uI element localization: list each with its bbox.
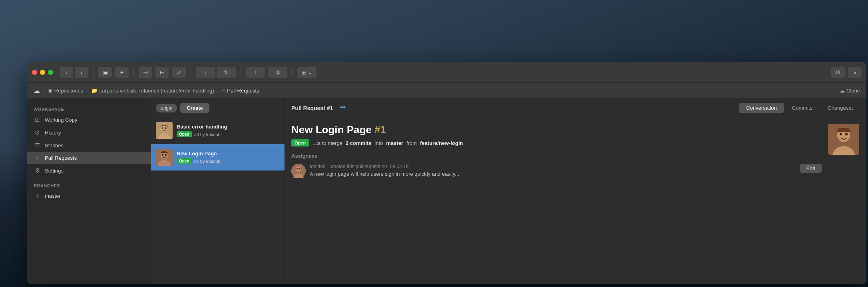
sidebar-item-settings[interactable]: ⚙ Settings bbox=[27, 164, 151, 177]
expand-button[interactable]: ⤢ bbox=[172, 67, 186, 78]
svg-point-14 bbox=[297, 168, 298, 169]
separator-1 bbox=[93, 68, 94, 77]
clone-button[interactable]: ☁ Clone bbox=[840, 88, 860, 94]
edit-button[interactable]: Edit bbox=[800, 164, 822, 173]
filter-button[interactable]: ⊞ ⌄ bbox=[297, 67, 317, 78]
pr-comment-section: tobidobi created this pull request on 09… bbox=[291, 164, 822, 178]
pr-1-title: New Login Page bbox=[177, 151, 280, 157]
svg-rect-10 bbox=[161, 152, 167, 153]
stashes-icon: ☰ bbox=[34, 142, 41, 149]
repo-browser-button[interactable]: ▣ bbox=[98, 67, 112, 78]
forward-icon: › bbox=[81, 69, 83, 76]
svg-point-12 bbox=[296, 166, 301, 172]
project-name: carparts-website-relaunch (feature/error… bbox=[100, 88, 214, 94]
pr-detail-body: New Login Page #1 Open ...ts to merge 2 … bbox=[285, 117, 866, 284]
detail-avatar-svg bbox=[828, 124, 859, 155]
pull-button[interactable]: ⇅ bbox=[268, 67, 287, 78]
pr-status-line: Open ...ts to merge 2 commits into maste… bbox=[291, 139, 822, 147]
sidebar: Workspace ⊡ Working Copy ⊙ History ☰ Sta… bbox=[27, 99, 151, 284]
origin-badge: origin bbox=[156, 104, 177, 112]
pr-detail-user-avatar bbox=[828, 124, 859, 155]
assignees-label: Assignees bbox=[291, 153, 822, 159]
more-icon: » bbox=[853, 69, 856, 76]
pr-3-submeta: #3 by tobidobi bbox=[194, 132, 222, 137]
pr-detail-right bbox=[828, 124, 860, 278]
branches-section-label: Branches bbox=[27, 180, 151, 190]
settings-icon: ⚙ bbox=[34, 167, 41, 174]
sidebar-item-master[interactable]: ⑂ master bbox=[27, 190, 151, 202]
svg-point-15 bbox=[299, 168, 301, 169]
svg-point-3 bbox=[162, 127, 163, 129]
pull-icon: ⇅ bbox=[275, 69, 280, 76]
breadcrumb-bar: ☁ | ▣ Repositories › 📁 carparts-website-… bbox=[27, 83, 866, 99]
magic-button[interactable]: ✦ bbox=[115, 67, 129, 78]
svg-point-9 bbox=[165, 154, 167, 156]
refresh-button[interactable]: ↺ bbox=[831, 67, 845, 78]
pr-title-text: New Login Page bbox=[291, 124, 372, 136]
breadcrumb-pull-requests[interactable]: ⑂ Pull Requests bbox=[222, 88, 259, 94]
pr-3-info: Basic error handling Open #3 by tobidobi bbox=[177, 124, 280, 137]
sidebar-item-working-copy[interactable]: ⊡ Working Copy bbox=[27, 113, 151, 126]
pr-head-branch: feature/new-login bbox=[420, 140, 463, 146]
back-icon: ‹ bbox=[66, 69, 68, 76]
pr-list-header: origin Create bbox=[151, 99, 285, 117]
pr-list-item-3[interactable]: Basic error handling Open #3 by tobidobi bbox=[151, 117, 285, 144]
minimize-button[interactable] bbox=[40, 70, 45, 75]
push-button[interactable]: ↑ bbox=[246, 67, 265, 78]
pr-1-meta: Open #1 by tobidobi bbox=[177, 158, 280, 164]
breadcrumb-sep-3: › bbox=[217, 88, 219, 93]
sidebar-item-history[interactable]: ⊙ History bbox=[27, 126, 151, 139]
svg-point-8 bbox=[162, 154, 163, 156]
remote-buttons: ↓ ⇅ bbox=[196, 67, 236, 78]
separator-4 bbox=[241, 68, 241, 77]
avatar-svg-2 bbox=[156, 149, 173, 166]
pull-requests-icon: ⑂ bbox=[34, 155, 41, 161]
maximize-button[interactable] bbox=[48, 70, 53, 75]
pr-commits-count: 2 commits bbox=[346, 140, 371, 146]
fetch2-button[interactable]: ⇅ bbox=[217, 67, 236, 78]
app-window: ‹ › ▣ ✦ ⊣ ⊢ ⤢ ↓ ⇅ bbox=[27, 62, 866, 284]
pr-list-item-1[interactable]: New Login Page Open #1 by tobidobi bbox=[151, 144, 285, 171]
back-button[interactable]: ‹ bbox=[60, 67, 73, 78]
settings-label: Settings bbox=[45, 168, 64, 174]
traffic-lights bbox=[32, 70, 53, 75]
master-branch-icon: ⑂ bbox=[34, 193, 41, 199]
filter-icon: ⊞ ⌄ bbox=[301, 69, 313, 76]
breadcrumb-repositories[interactable]: ▣ Repositories bbox=[48, 88, 83, 94]
pr-detail-panel: Pull Request #1 ⮕ Conversation Commits C… bbox=[285, 99, 866, 284]
breadcrumb-sep-2: › bbox=[86, 88, 88, 93]
nav-buttons: ‹ › bbox=[60, 67, 88, 78]
collapse-left-button[interactable]: ⊣ bbox=[139, 67, 152, 78]
folder-icon: ▣ bbox=[48, 88, 52, 94]
comment-avatar bbox=[291, 164, 306, 178]
push-icon: ↑ bbox=[254, 69, 257, 76]
refresh-icon: ↺ bbox=[836, 69, 840, 76]
clone-label: Clone bbox=[846, 88, 860, 94]
separator-3 bbox=[191, 68, 191, 77]
collapse-right-button[interactable]: ⊢ bbox=[155, 67, 169, 78]
pr-into-label: into bbox=[374, 140, 383, 146]
breadcrumb-project[interactable]: 📁 carparts-website-relaunch (feature/err… bbox=[91, 88, 214, 94]
separator-5 bbox=[292, 68, 293, 77]
comment-meta: tobidobi created this pull request on 09… bbox=[310, 164, 796, 169]
working-copy-label: Working Copy bbox=[45, 117, 77, 123]
fetch2-icon: ⇅ bbox=[224, 69, 229, 76]
comment-avatar-svg bbox=[291, 164, 306, 178]
more-button[interactable]: » bbox=[848, 67, 862, 78]
pr-3-meta: Open #3 by tobidobi bbox=[177, 131, 280, 137]
sidebar-item-pull-requests[interactable]: ⑂ Pull Requests bbox=[27, 152, 151, 164]
working-copy-icon: ⊡ bbox=[34, 116, 41, 123]
tab-commits[interactable]: Commits bbox=[785, 103, 820, 113]
create-pr-button[interactable]: Create bbox=[180, 103, 209, 113]
tab-changeset[interactable]: Changeset bbox=[820, 103, 860, 113]
fetch-icon: ↓ bbox=[204, 69, 207, 76]
tab-conversation[interactable]: Conversation bbox=[739, 103, 784, 113]
avatar-svg-1 bbox=[156, 122, 173, 139]
forward-button[interactable]: › bbox=[75, 67, 88, 78]
pr-detail-arrow-icon: ⮕ bbox=[339, 104, 346, 112]
close-button[interactable] bbox=[32, 70, 37, 75]
pr-1-status-badge: Open bbox=[177, 158, 192, 164]
fetch-button[interactable]: ↓ bbox=[196, 67, 215, 78]
sidebar-item-stashes[interactable]: ☰ Stashes bbox=[27, 139, 151, 152]
avatar-pr-1 bbox=[156, 149, 173, 166]
